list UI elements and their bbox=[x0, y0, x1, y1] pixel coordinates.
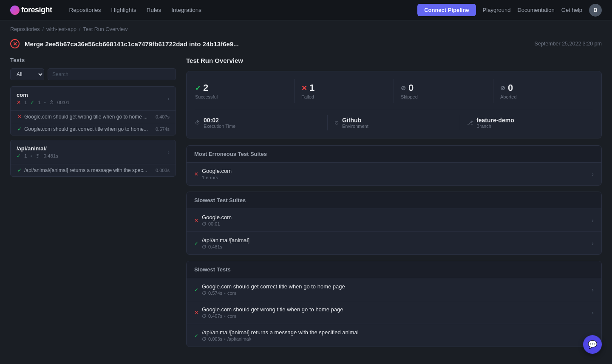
test-item[interactable]: ✕ Google.com should get wrong title when… bbox=[11, 110, 176, 123]
nav-playground[interactable]: Playground bbox=[483, 7, 511, 13]
filter-row: All bbox=[10, 68, 176, 80]
nav-docs[interactable]: Documentation bbox=[517, 7, 554, 13]
tests-panel-title: Tests bbox=[10, 57, 176, 63]
suite-sub: ⏱ 00:01 bbox=[202, 221, 232, 226]
stat-execution-time: ⏱ 00:02 Execution Time bbox=[195, 115, 328, 130]
fail-icon: ✕ bbox=[194, 171, 198, 177]
suite-name: Google.com bbox=[202, 214, 232, 220]
suite-sub: 1 errors bbox=[202, 175, 232, 180]
stat-failed: ✕ 1 Failed bbox=[295, 79, 394, 103]
environment-label: Environment bbox=[342, 124, 368, 129]
test-name: /api/animal/[animal] returns a message w… bbox=[24, 167, 147, 173]
nav-right: Connect Pipeline Playground Documentatio… bbox=[417, 4, 602, 17]
search-input[interactable] bbox=[48, 68, 176, 80]
navbar: foresight Repositories Highlights Rules … bbox=[0, 0, 612, 20]
chevron-right-icon: › bbox=[592, 171, 594, 178]
breadcrumb: Repositories / with-jest-app / Test Run … bbox=[0, 20, 612, 36]
erroneous-suite-item[interactable]: ✕ Google.com 1 errors › bbox=[187, 163, 601, 185]
slow-test-name: Google.com should get correct title when… bbox=[202, 283, 345, 290]
clock-icon: ⏱ bbox=[202, 336, 207, 341]
nav-repositories[interactable]: Repositories bbox=[69, 7, 101, 13]
slow-test-item-2[interactable]: ✓ /api/animal/[animal] returns a message… bbox=[187, 324, 601, 347]
page-title: Merge 2ee5b67ca36e56cb668141c1ca7479fb61… bbox=[25, 40, 239, 48]
pass-icon: ✓ bbox=[17, 153, 21, 159]
suite-name: Google.com bbox=[202, 168, 232, 174]
slowest-tests-card: Slowest Tests ✓ Google.com should get co… bbox=[186, 261, 602, 347]
stat-aborted: ⊘ 0 Aborted bbox=[493, 79, 593, 103]
aborted-label: Aborted bbox=[500, 94, 586, 99]
group-duration: 0.481s bbox=[43, 153, 58, 158]
slow-test-item-0[interactable]: ✓ Google.com should get correct title wh… bbox=[187, 278, 601, 301]
fail-icon: ✕ bbox=[17, 114, 22, 120]
slowest-suites-title: Slowest Test Suites bbox=[187, 192, 601, 209]
pass-count: 1 bbox=[38, 100, 40, 105]
clock-icon: ⏱ bbox=[195, 120, 200, 126]
fail-icon: ✕ bbox=[194, 310, 198, 316]
environment-value: Github bbox=[342, 117, 368, 124]
breadcrumb-project[interactable]: with-jest-app bbox=[46, 26, 76, 32]
pass-icon: ✓ bbox=[194, 287, 198, 293]
slow-test-name: /api/animal/[animal] returns a message w… bbox=[202, 329, 359, 336]
test-name: Google.com should get wrong title when g… bbox=[24, 114, 147, 120]
slow-test-item-1[interactable]: ✕ Google.com should get wrong title when… bbox=[187, 301, 601, 324]
breadcrumb-repositories[interactable]: Repositories bbox=[10, 26, 40, 32]
nav-integrations[interactable]: Integrations bbox=[171, 7, 201, 13]
chat-button[interactable]: 💬 bbox=[583, 335, 602, 354]
avatar[interactable]: B bbox=[589, 4, 602, 17]
pass-count: 1 bbox=[24, 153, 27, 158]
nav-highlights[interactable]: Highlights bbox=[111, 7, 136, 13]
skip-icon: ⊘ bbox=[401, 85, 406, 91]
clock-icon: ⏱ bbox=[49, 100, 54, 105]
test-group-com-meta: ✕ 1 ✓ 1 • ⏱ 00:01 bbox=[17, 99, 70, 105]
connect-pipeline-button[interactable]: Connect Pipeline bbox=[417, 4, 476, 16]
breadcrumb-current: Test Run Overview bbox=[83, 26, 128, 32]
logo[interactable]: foresight bbox=[10, 6, 52, 15]
erroneous-card: Most Erroneous Test Suites ✕ Google.com … bbox=[186, 145, 602, 186]
fail-icon: ✕ bbox=[194, 217, 198, 223]
slow-test-name: Google.com should get wrong title when g… bbox=[202, 306, 343, 313]
test-group-api-meta: ✓ 1 • ⏱ 0.481s bbox=[17, 153, 58, 159]
test-group-api-name: /api/animal/ bbox=[17, 145, 58, 152]
branch-icon: ⎇ bbox=[467, 120, 473, 126]
successful-value: 2 bbox=[203, 82, 208, 93]
successful-label: Successful bbox=[195, 94, 287, 99]
breadcrumb-sep1: / bbox=[42, 26, 43, 32]
breadcrumb-sep2: / bbox=[79, 26, 80, 32]
left-panel: Tests All com ✕ 1 ✓ 1 • ⏱ 00: bbox=[10, 57, 176, 353]
fail-icon: ✕ bbox=[17, 99, 21, 105]
slowest-suite-item-1[interactable]: ✓ /api/animal/[animal] ⏱ 0.481s › bbox=[187, 232, 601, 254]
clock-icon: ⏱ bbox=[202, 313, 207, 319]
stat-successful: ✓ 2 Successful bbox=[195, 79, 295, 103]
test-group-com-header[interactable]: com ✕ 1 ✓ 1 • ⏱ 00:01 › bbox=[11, 87, 176, 110]
group-duration: 00:01 bbox=[57, 100, 70, 105]
test-item[interactable]: ✓ /api/animal/[animal] returns a message… bbox=[11, 164, 176, 176]
slowest-suites-card: Slowest Test Suites ✕ Google.com ⏱ 00:01… bbox=[186, 192, 602, 255]
stat-skipped: ⊘ 0 Skipped bbox=[394, 79, 493, 103]
stat-environment: ⊙ Github Environment bbox=[328, 115, 460, 130]
execution-time-label: Execution Time bbox=[204, 124, 235, 129]
right-panel: Test Run Overview ✓ 2 Successful ✕ 1 Fai… bbox=[186, 57, 602, 353]
nav-help[interactable]: Get help bbox=[561, 7, 582, 13]
branch-label: Branch bbox=[476, 124, 514, 129]
stats-card: ✓ 2 Successful ✕ 1 Failed ⊘ 0 bbox=[186, 71, 602, 138]
execution-time-value: 00:02 bbox=[204, 117, 235, 124]
test-time: 0.003s bbox=[156, 168, 170, 173]
filter-select[interactable]: All bbox=[10, 68, 44, 80]
test-group-api-header[interactable]: /api/animal/ ✓ 1 • ⏱ 0.481s › bbox=[11, 140, 176, 164]
stats-row2: ⏱ 00:02 Execution Time ⊙ Github Environm… bbox=[195, 115, 593, 130]
nav-rules[interactable]: Rules bbox=[147, 7, 162, 13]
skipped-label: Skipped bbox=[401, 94, 486, 99]
overview-title: Test Run Overview bbox=[186, 57, 602, 64]
test-name: Google.com should get correct title when… bbox=[24, 126, 148, 132]
status-error-icon: ✕ bbox=[10, 39, 20, 48]
check-icon: ✓ bbox=[195, 84, 201, 92]
chevron-right-icon: › bbox=[167, 95, 170, 102]
logo-text: foresight bbox=[21, 6, 52, 14]
github-icon: ⊙ bbox=[334, 120, 339, 126]
branch-value: feature-demo bbox=[476, 117, 514, 124]
slowest-suite-item-0[interactable]: ✕ Google.com ⏱ 00:01 › bbox=[187, 209, 601, 232]
stat-branch: ⎇ feature-demo Branch bbox=[460, 115, 593, 130]
skipped-value: 0 bbox=[408, 82, 414, 93]
clock-icon: ⏱ bbox=[35, 153, 40, 158]
test-item[interactable]: ✓ Google.com should get correct title wh… bbox=[11, 123, 176, 135]
